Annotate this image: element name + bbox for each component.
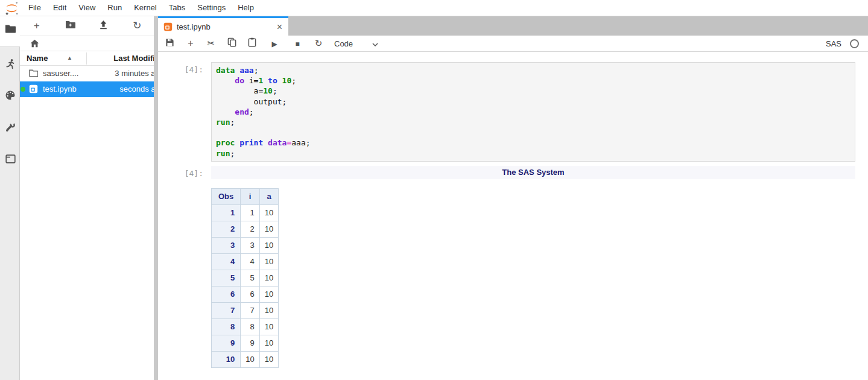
obs-cell: 9 <box>212 335 241 351</box>
open-tabs-tab-icon[interactable] <box>5 154 16 165</box>
upload-button[interactable] <box>87 20 121 32</box>
table-row: 8810 <box>212 318 279 335</box>
table-row: 4410 <box>212 253 279 270</box>
value-cell: 9 <box>241 335 259 351</box>
cell-type-select[interactable]: Code <box>334 39 353 48</box>
tab-test-ipynb[interactable]: test.ipynb × <box>158 16 288 36</box>
new-launcher-button[interactable]: + <box>20 21 54 31</box>
table-row: 9910 <box>212 335 279 351</box>
file-row-test-ipynb[interactable]: test.ipynb seconds ago <box>20 81 154 97</box>
table-row: 3310 <box>212 237 279 253</box>
value-cell: 10 <box>259 302 278 318</box>
file-name: test.ipynb <box>43 84 77 93</box>
value-cell: 6 <box>241 286 259 302</box>
code-editor[interactable]: data aaa; do i=1 to 10; a=10; output; en… <box>211 62 855 162</box>
folder-icon <box>29 69 38 78</box>
chevron-down-icon[interactable] <box>372 38 378 49</box>
value-cell: 2 <box>241 221 259 237</box>
new-folder-icon <box>65 21 75 29</box>
refresh-icon: ↻ <box>133 20 141 31</box>
table-header-i: i <box>241 188 259 204</box>
value-cell: 3 <box>241 237 259 253</box>
paste-icon <box>248 37 256 47</box>
sort-ascending-icon[interactable]: ▲ <box>67 55 72 61</box>
menu-edit[interactable]: Edit <box>47 0 72 16</box>
menu-run[interactable]: Run <box>101 0 128 16</box>
add-cell-button[interactable]: + <box>185 38 196 49</box>
palette-tab-icon[interactable] <box>5 90 16 101</box>
home-icon[interactable] <box>30 39 39 48</box>
value-cell: 8 <box>241 318 259 335</box>
notebook-content: [4]: data aaa; do i=1 to 10; a=10; outpu… <box>158 52 868 380</box>
new-folder-button[interactable] <box>54 21 87 31</box>
obs-cell: 2 <box>212 221 241 237</box>
paste-cells-button[interactable] <box>247 37 258 49</box>
code-cell: [4]: data aaa; do i=1 to 10; a=10; outpu… <box>158 62 868 162</box>
obs-cell: 8 <box>212 318 241 335</box>
file-modified: 3 minutes ago <box>105 69 154 78</box>
value-cell: 10 <box>259 351 278 367</box>
table-row: 2210 <box>212 221 279 237</box>
value-cell: 10 <box>259 253 278 270</box>
column-header-name[interactable]: Name <box>27 54 48 63</box>
value-cell: 10 <box>259 335 278 351</box>
jupyter-logo-icon <box>5 1 19 15</box>
value-cell: 10 <box>259 318 278 335</box>
table-header-obs: Obs <box>212 188 241 204</box>
refresh-file-list-button[interactable]: ↻ <box>121 21 154 31</box>
obs-cell: 4 <box>212 253 241 270</box>
value-cell: 10 <box>241 351 259 367</box>
menu-file[interactable]: File <box>22 0 47 16</box>
table-row: 6610 <box>212 286 279 302</box>
file-modified: seconds ago <box>105 84 154 93</box>
stop-icon: ■ <box>295 40 299 48</box>
table-row: 101010 <box>212 351 279 367</box>
tab-bar: test.ipynb × <box>158 16 868 36</box>
restart-kernel-button[interactable]: ↻ <box>313 38 324 49</box>
file-browser-tab-icon[interactable] <box>5 24 16 35</box>
run-cell-button[interactable]: ▶ <box>269 38 280 49</box>
table-row: 1110 <box>212 204 279 221</box>
obs-cell: 6 <box>212 286 241 302</box>
obs-cell: 3 <box>212 237 241 253</box>
sas-output-table: Obsia 1110221033104410551066107710881099… <box>211 188 279 368</box>
save-icon <box>165 38 174 47</box>
interrupt-kernel-button[interactable]: ■ <box>292 38 303 49</box>
file-browser-toolbar: + ↻ <box>20 16 154 36</box>
output-prompt: [4]: <box>158 166 211 178</box>
menu-view[interactable]: View <box>72 0 101 16</box>
menu-settings[interactable]: Settings <box>191 0 232 16</box>
value-cell: 10 <box>259 270 278 286</box>
output-cell: [4]: The SAS System Obsia 11102210331044… <box>158 166 868 368</box>
kernel-name[interactable]: SAS <box>826 39 841 48</box>
menu-tabs[interactable]: Tabs <box>163 0 191 16</box>
running-sessions-tab-icon[interactable] <box>5 59 16 69</box>
file-list-header: Name ▲ Last Modified <box>20 51 154 66</box>
kernel-status-icon[interactable] <box>850 39 859 48</box>
left-sidebar-strip <box>0 16 20 380</box>
upload-icon <box>99 20 108 30</box>
run-icon: ▶ <box>271 40 277 48</box>
obs-cell: 1 <box>212 204 241 221</box>
copy-cells-button[interactable] <box>226 37 237 49</box>
property-inspector-tab-icon[interactable] <box>5 122 16 133</box>
menu-help[interactable]: Help <box>232 0 260 16</box>
cut-cells-button[interactable]: ✂ <box>206 38 217 49</box>
menu-kernel[interactable]: Kernel <box>128 0 163 16</box>
notebook-toolbar: + ✂ ▶ ■ ↻ Code SAS <box>158 36 868 52</box>
column-header-last-modified[interactable]: Last Modified <box>105 54 154 63</box>
value-cell: 10 <box>259 237 278 253</box>
main-area: test.ipynb × + ✂ <box>158 16 868 380</box>
close-icon[interactable]: × <box>277 22 282 32</box>
panel-resize-handle[interactable] <box>154 16 158 380</box>
value-cell: 10 <box>259 221 278 237</box>
value-cell: 5 <box>241 270 259 286</box>
obs-cell: 10 <box>212 351 241 367</box>
save-button[interactable] <box>164 38 175 49</box>
value-cell: 7 <box>241 302 259 318</box>
restart-icon: ↻ <box>315 38 323 48</box>
value-cell: 4 <box>241 253 259 270</box>
column-divider[interactable] <box>86 52 87 65</box>
value-cell: 1 <box>241 204 259 221</box>
file-row-sasuser[interactable]: sasuser.... 3 minutes ago <box>20 66 154 81</box>
